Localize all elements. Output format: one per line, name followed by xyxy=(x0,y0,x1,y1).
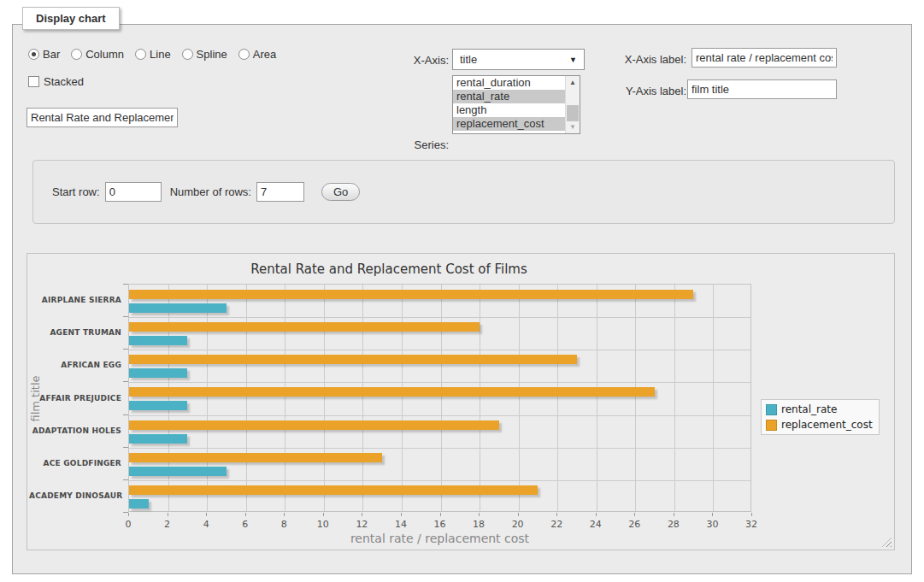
x-tick-mark xyxy=(674,513,674,516)
bar-replacement_cost xyxy=(129,290,693,299)
x-tick-label: 16 xyxy=(427,519,453,530)
stacked-checkbox[interactable] xyxy=(28,76,39,87)
legend-swatch xyxy=(766,420,777,431)
x-tick-label: 20 xyxy=(505,519,531,530)
chart-type-option-spline[interactable]: Spline xyxy=(182,48,227,61)
x-tick-mark xyxy=(128,513,129,516)
y-tick-mark xyxy=(123,316,128,317)
series-option-replacement_cost[interactable]: replacement_cost xyxy=(453,117,580,131)
bar-rental_rate xyxy=(129,434,187,444)
gridline xyxy=(597,285,597,511)
y-category-label: ACADEMY DINOSAUR xyxy=(29,491,121,500)
radio-icon[interactable] xyxy=(182,49,193,60)
bar-rental_rate xyxy=(129,499,149,509)
bar-rental_rate xyxy=(129,303,227,313)
gridline xyxy=(674,285,675,511)
x-tick-label: 30 xyxy=(699,519,725,530)
x-tick-mark xyxy=(596,513,597,516)
bar-replacement_cost xyxy=(129,355,577,364)
radio-icon[interactable] xyxy=(135,49,146,60)
chart-type-option-bar[interactable]: Bar xyxy=(28,48,60,61)
gridline xyxy=(207,285,208,511)
chart-type-option-area[interactable]: Area xyxy=(238,48,276,61)
chart-title: Rental Rate and Replacement Cost of Film… xyxy=(27,262,750,277)
gridline xyxy=(557,285,558,511)
x-tick-mark xyxy=(245,513,246,516)
gridline xyxy=(168,285,169,511)
num-rows-input[interactable] xyxy=(256,182,304,202)
x-tick-label: 6 xyxy=(232,519,258,530)
y-tick-mark xyxy=(123,284,128,285)
gridline xyxy=(129,415,750,416)
radio-icon[interactable] xyxy=(238,49,250,60)
chart-type-group: BarColumnLineSplineArea xyxy=(28,48,276,61)
gridline xyxy=(129,317,750,318)
bar-rental_rate xyxy=(129,336,187,345)
series-select-label: Series: xyxy=(338,138,449,151)
x-tick-mark xyxy=(634,513,635,516)
y-axis-label-input[interactable] xyxy=(687,79,837,99)
chart-legend: rental_ratereplacement_cost xyxy=(761,399,880,435)
start-row-input[interactable] xyxy=(105,182,162,202)
chart-type-option-label: Line xyxy=(150,48,171,61)
chart-x-axis-title: rental rate / replacement cost xyxy=(128,532,751,545)
radio-icon[interactable] xyxy=(71,49,82,60)
y-tick-mark xyxy=(123,479,128,480)
y-tick-mark xyxy=(123,447,128,448)
x-tick-label: 0 xyxy=(115,519,141,530)
legend-label: replacement_cost xyxy=(781,419,873,431)
stacked-row[interactable]: Stacked xyxy=(28,75,84,88)
x-tick-mark xyxy=(284,513,285,516)
x-tick-mark xyxy=(362,513,362,516)
y-category-label: AGENT TRUMAN xyxy=(29,328,121,337)
x-tick-label: 28 xyxy=(661,519,686,530)
scrollbar-thumb[interactable] xyxy=(567,105,579,121)
chart-title-input[interactable] xyxy=(26,108,178,127)
num-rows-label: Number of rows: xyxy=(170,185,251,198)
x-tick-label: 4 xyxy=(193,519,219,530)
y-category-label: AIRPLANE SIERRA xyxy=(29,296,121,304)
y-category-label: ACE GOLDFINGER xyxy=(29,459,121,467)
x-tick-mark xyxy=(556,513,557,516)
gridline xyxy=(246,285,247,511)
x-axis-label-caption: X-Axis label: xyxy=(526,53,686,66)
chart-type-option-line[interactable]: Line xyxy=(135,48,171,61)
legend-label: rental_rate xyxy=(781,403,837,415)
x-tick-mark xyxy=(440,513,441,516)
y-tick-mark xyxy=(123,414,128,415)
scroll-down-icon[interactable]: ▼ xyxy=(566,121,580,133)
x-tick-mark xyxy=(479,513,480,516)
y-tick-mark xyxy=(123,349,128,350)
y-category-label: AFFAIR PREJUDICE xyxy=(29,394,121,403)
x-tick-label: 2 xyxy=(155,519,180,530)
x-tick-label: 18 xyxy=(466,519,491,530)
gridline xyxy=(635,285,636,511)
resize-handle-icon[interactable] xyxy=(882,538,892,547)
radio-icon[interactable] xyxy=(28,49,39,60)
y-category-label: ADAPTATION HOLES xyxy=(29,426,121,435)
stacked-label: Stacked xyxy=(44,75,84,88)
gridline xyxy=(480,285,480,511)
panel-legend: Display chart xyxy=(22,7,120,30)
x-tick-label: 24 xyxy=(583,519,609,530)
bar-rental_rate xyxy=(129,467,227,476)
gridline xyxy=(129,448,750,449)
x-axis-label-input[interactable] xyxy=(692,48,837,68)
gridline xyxy=(441,285,442,511)
x-tick-label: 12 xyxy=(349,519,374,530)
x-tick-label: 26 xyxy=(621,519,647,530)
gridline xyxy=(129,480,750,481)
go-button[interactable]: Go xyxy=(321,183,360,201)
x-tick-mark xyxy=(751,513,752,516)
x-tick-mark xyxy=(401,513,402,516)
x-tick-label: 10 xyxy=(310,519,336,530)
chart-type-option-column[interactable]: Column xyxy=(71,48,124,61)
series-option-length[interactable]: length xyxy=(453,103,580,117)
x-axis-selected-value: title xyxy=(460,53,477,66)
legend-item-rental_rate: rental_rate xyxy=(766,403,873,415)
chart-type-option-label: Area xyxy=(253,48,276,61)
chart-container: Rental Rate and Replacement Cost of Film… xyxy=(26,253,895,550)
x-tick-mark xyxy=(206,513,207,516)
x-tick-mark xyxy=(712,513,713,516)
display-chart-panel: Display chart BarColumnLineSplineArea St… xyxy=(12,24,912,574)
